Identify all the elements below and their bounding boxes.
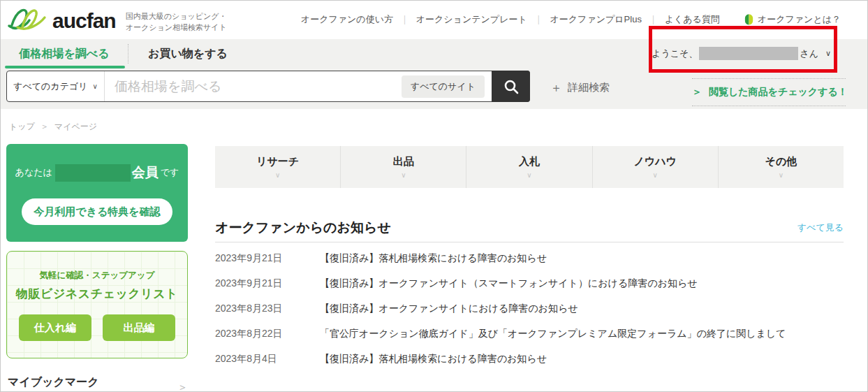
news-title-link: 【復旧済み】落札相場検索における障害のお知らせ: [320, 252, 547, 265]
chevron-right-icon: ＞: [177, 381, 188, 392]
business-checklist-card: 気軽に確認・ステップアップ 物販ビジネスチェックリスト 仕入れ編 出品編: [6, 251, 188, 358]
beginner-mark-icon: [744, 13, 754, 26]
chevron-down-icon: ∨: [779, 171, 784, 179]
breadcrumb-current: マイページ: [54, 121, 97, 133]
news-item[interactable]: 2023年9月21日 【復旧済み】オークファンサイト（スマートフォンサイト）にお…: [215, 277, 844, 303]
chevron-down-icon: ∨: [825, 49, 831, 58]
sourcing-edition-button[interactable]: 仕入れ編: [19, 314, 91, 341]
nav-link-pro-plus[interactable]: オークファンプロPlus: [550, 13, 641, 26]
news-title-link: 「官公庁オークション徹底ガイド」及び「オークファンプレミアム限定フォーラム」の終…: [320, 328, 786, 340]
my-bookmark-title: マイブックマーク: [8, 375, 99, 390]
tab-search-zone: 価格相場を調べる お買い物をする ようこそ、 さん ∨ すべてのカテゴリ ∨ す…: [1, 39, 867, 109]
news-item[interactable]: 2023年8月4日 【復旧済み】落札相場検索における障害のお知らせ: [215, 353, 844, 378]
menu-others[interactable]: その他 ∨: [718, 146, 844, 188]
active-tab-underline: [5, 66, 125, 68]
listing-edition-button[interactable]: 出品編: [103, 314, 175, 341]
news-date: 2023年8月23日: [215, 303, 320, 315]
menu-research[interactable]: リサーチ ∨: [215, 146, 340, 188]
checklist-subtitle: 気軽に確認・ステップアップ: [7, 270, 187, 282]
nav-link-auction-template[interactable]: オークションテンプレート: [416, 13, 527, 26]
top-nav: オークファンの使い方 ｜ オークションテンプレート ｜ オークファンプロPlus…: [301, 13, 841, 26]
plus-icon: ＋: [550, 80, 562, 96]
checklist-title: 物販ビジネスチェックリスト: [7, 286, 187, 302]
my-bookmark-section[interactable]: マイブックマーク ＞: [8, 371, 188, 392]
search-bar: すべてのカテゴリ ∨ すべてのサイト: [6, 71, 530, 102]
chevron-down-icon: ∨: [275, 171, 280, 179]
chevron-right-icon: ＞: [692, 86, 702, 97]
membership-card: あなたは 会員 です 今月利用できる特典を確認: [6, 144, 188, 242]
logo-wordmark: aucfan: [52, 9, 116, 33]
tab-shopping[interactable]: お買い物をする: [128, 39, 247, 68]
news-date: 2023年8月22日: [215, 328, 320, 340]
redacted-username: [699, 47, 798, 60]
news-title-link: 【復旧済み】オークファンサイトにおける障害のお知らせ: [320, 303, 578, 315]
news-section-title: オークファンからのお知らせ: [215, 219, 391, 237]
aucfan-mypage: aucfan 国内最大級のショッピング・ オークション相場検索サイト オークファ…: [0, 0, 868, 392]
chevron-down-icon: ∨: [653, 171, 658, 179]
search-input[interactable]: [105, 79, 402, 94]
category-dropdown[interactable]: すべてのカテゴリ ∨: [7, 71, 105, 101]
news-list: 2023年9月21日 【復旧済み】落札相場検索における障害のお知らせ 2023年…: [215, 252, 844, 378]
viewed-items-link[interactable]: ＞ 閲覧した商品をチェックする！: [692, 78, 846, 106]
checklist-buttons: 仕入れ編 出品編: [7, 314, 187, 341]
welcome-prefix: ようこそ、: [652, 48, 698, 60]
menu-knowhow[interactable]: ノウハウ ∨: [592, 146, 718, 188]
site-filter-chip[interactable]: すべてのサイト: [402, 75, 485, 98]
search-icon: [503, 79, 519, 94]
nav-link-faq[interactable]: よくある質問: [665, 13, 720, 26]
header: aucfan 国内最大級のショッピング・ オークション相場検索サイト オークファ…: [1, 1, 867, 39]
chevron-down-icon: ∨: [527, 171, 531, 179]
news-date: 2023年9月21日: [215, 252, 320, 265]
aucfan-swoosh-icon: [8, 6, 47, 36]
redacted-membership-rank: [55, 164, 131, 182]
chevron-down-icon: ∨: [401, 171, 406, 179]
menu-bidding[interactable]: 入札 ∨: [466, 146, 591, 188]
search-button[interactable]: [492, 71, 530, 102]
news-item[interactable]: 2023年8月22日 「官公庁オークション徹底ガイド」及び「オークファンプレミア…: [215, 328, 844, 353]
welcome-account-menu[interactable]: ようこそ、 さん ∨: [652, 47, 831, 60]
chevron-right-icon: ＞: [41, 121, 49, 133]
nav-link-about[interactable]: オークファンとは？: [744, 13, 841, 26]
news-header: オークファンからのお知らせ すべて見る: [215, 214, 844, 242]
see-all-link[interactable]: すべて見る: [797, 222, 844, 234]
breadcrumb: トップ ＞ マイページ: [9, 121, 97, 133]
news-item[interactable]: 2023年9月21日 【復旧済み】落札相場検索における障害のお知らせ: [215, 252, 844, 277]
monthly-perks-button[interactable]: 今月利用できる特典を確認: [22, 198, 172, 225]
news-title-link: 【復旧済み】オークファンサイト（スマートフォンサイト）における障害のお知らせ: [320, 277, 698, 290]
news-title-link: 【復旧済み】落札相場検索における障害のお知らせ: [320, 353, 547, 365]
category-menu-bar: リサーチ ∨ 出品 ∨ 入札 ∨ ノウハウ ∨ その他 ∨: [215, 146, 844, 188]
news-date: 2023年9月21日: [215, 277, 320, 290]
chevron-down-icon: ∨: [93, 82, 98, 90]
tab-row: 価格相場を調べる お買い物をする ようこそ、 さん ∨: [1, 39, 867, 68]
news-date: 2023年8月4日: [215, 353, 320, 365]
logo[interactable]: aucfan 国内最大級のショッピング・ オークション相場検索サイト: [8, 6, 227, 36]
tab-price-research[interactable]: 価格相場を調べる: [1, 39, 128, 68]
membership-status-line: あなたは 会員 です: [6, 164, 188, 182]
welcome-suffix: さん: [800, 48, 818, 60]
news-item[interactable]: 2023年8月23日 【復旧済み】オークファンサイトにおける障害のお知らせ: [215, 303, 844, 328]
nav-link-how-to-use[interactable]: オークファンの使い方: [301, 13, 393, 26]
menu-listing[interactable]: 出品 ∨: [340, 146, 466, 188]
breadcrumb-home[interactable]: トップ: [9, 121, 35, 133]
site-tagline: 国内最大級のショッピング・ オークション相場検索サイト: [126, 8, 227, 34]
advanced-search-link[interactable]: ＋ 詳細検索: [550, 80, 610, 96]
